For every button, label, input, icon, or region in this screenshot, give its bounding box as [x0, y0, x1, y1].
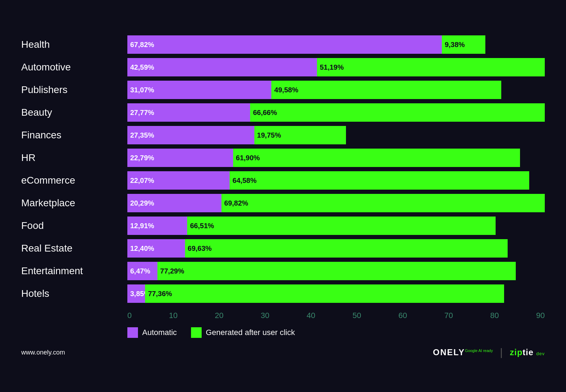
x-axis-labels: 0102030405060708090: [127, 311, 545, 320]
bars-area: 6,47%77,29%: [127, 262, 545, 280]
bar-green-automotive: 51,19%: [317, 58, 545, 76]
chart-rows: Health67,82%9,38%Automotive42,59%51,19%P…: [21, 34, 545, 305]
chart-row: HR22,79%61,90%: [21, 147, 545, 169]
chart-container: Health67,82%9,38%Automotive42,59%51,19%P…: [21, 34, 545, 358]
bars-area: 3,85%77,36%: [127, 284, 545, 303]
bars-area: 20,29%69,82%: [127, 194, 545, 212]
bar-purple-publishers: 31,07%: [127, 81, 271, 99]
bar-purple-finances: 27,35%: [127, 126, 254, 144]
bars-area: 27,77%66,66%: [127, 103, 545, 122]
row-label-hotels: Hotels: [21, 288, 127, 299]
x-axis-label: 60: [398, 311, 407, 320]
legend-generated: Generated after user click: [191, 327, 295, 338]
bar-green-entertainment: 77,29%: [157, 262, 516, 280]
row-label-real-estate: Real Estate: [21, 243, 127, 254]
footer: www.onely.com ONELYGoogle AI ready | zip…: [21, 346, 545, 358]
chart-row: Beauty27,77%66,66%: [21, 102, 545, 123]
bars-area: 27,35%19,75%: [127, 126, 545, 144]
bar-green-ecommerce: 64,58%: [230, 171, 529, 190]
bar-purple-real-estate: 12,40%: [127, 239, 185, 258]
bar-purple-health: 67,82%: [127, 35, 442, 54]
row-label-marketplace: Marketplace: [21, 197, 127, 209]
bar-green-finances: 19,75%: [254, 126, 346, 144]
x-axis-label: 20: [215, 311, 223, 320]
bar-green-marketplace: 69,82%: [221, 194, 545, 212]
bars-area: 31,07%49,58%: [127, 81, 545, 99]
x-axis-label: 40: [307, 311, 315, 320]
row-label-health: Health: [21, 39, 127, 50]
chart-row: Hotels3,85%77,36%: [21, 283, 545, 305]
chart-row: Health67,82%9,38%: [21, 34, 545, 56]
bar-purple-automotive: 42,59%: [127, 58, 317, 76]
bar-green-real-estate: 69,63%: [185, 239, 508, 258]
bars-area: 12,40%69,63%: [127, 239, 545, 258]
chart-row: Publishers31,07%49,58%: [21, 79, 545, 101]
logo-divider: |: [500, 346, 503, 358]
bar-green-hotels: 77,36%: [145, 284, 504, 303]
bar-green-hr: 61,90%: [233, 149, 520, 167]
bar-green-beauty: 66,66%: [250, 103, 545, 122]
bars-area: 42,59%51,19%: [127, 58, 545, 76]
footer-url: www.onely.com: [21, 349, 65, 356]
legend-swatch-purple: [127, 327, 138, 338]
bar-purple-ecommerce: 22,07%: [127, 171, 230, 190]
x-axis: 0102030405060708090: [127, 311, 545, 320]
bars-area: 22,79%61,90%: [127, 149, 545, 167]
x-axis-label: 10: [169, 311, 178, 320]
chart-row: Real Estate12,40%69,63%: [21, 237, 545, 259]
x-axis-label: 0: [127, 311, 132, 320]
row-label-hr: HR: [21, 152, 127, 163]
bars-area: 67,82%9,38%: [127, 35, 545, 54]
row-label-beauty: Beauty: [21, 107, 127, 118]
x-axis-label: 80: [490, 311, 499, 320]
logo-dev: dev: [536, 351, 545, 356]
bar-purple-hr: 22,79%: [127, 149, 233, 167]
bars-area: 22,07%64,58%: [127, 171, 545, 190]
chart-row: Finances27,35%19,75%: [21, 124, 545, 146]
bar-purple-hotels: 3,85%: [127, 284, 145, 303]
bar-green-publishers: 49,58%: [271, 81, 501, 99]
x-axis-label: 50: [353, 311, 361, 320]
x-axis-label: 30: [261, 311, 269, 320]
logo-zip: zip: [510, 347, 522, 357]
bar-purple-beauty: 27,77%: [127, 103, 250, 122]
x-axis-label: 90: [536, 311, 545, 320]
legend: Automatic Generated after user click: [127, 327, 545, 338]
x-axis-label: 70: [444, 311, 453, 320]
row-label-publishers: Publishers: [21, 84, 127, 96]
logo-onely-tagline: Google AI ready: [465, 348, 493, 353]
row-label-automotive: Automotive: [21, 62, 127, 73]
legend-swatch-green: [191, 327, 202, 338]
bar-purple-marketplace: 20,29%: [127, 194, 221, 212]
legend-generated-label: Generated after user click: [206, 328, 295, 337]
chart-row: Marketplace20,29%69,82%: [21, 192, 545, 214]
chart-row: Entertainment6,47%77,29%: [21, 260, 545, 282]
chart-row: Automotive42,59%51,19%: [21, 56, 545, 78]
legend-automatic-label: Automatic: [142, 328, 177, 337]
chart-row: Food12,91%66,51%: [21, 215, 545, 237]
row-label-entertainment: Entertainment: [21, 265, 127, 277]
bar-purple-food: 12,91%: [127, 217, 187, 235]
row-label-finances: Finances: [21, 129, 127, 141]
bar-purple-entertainment: 6,47%: [127, 262, 157, 280]
row-label-food: Food: [21, 220, 127, 231]
chart-row: eCommerce22,07%64,58%: [21, 169, 545, 191]
footer-logos: ONELYGoogle AI ready | ziptie dev: [433, 346, 545, 358]
bar-green-food: 66,51%: [187, 217, 496, 235]
logo-ziptie: ziptie dev: [510, 347, 545, 357]
bars-area: 12,91%66,51%: [127, 217, 545, 235]
bar-green-health: 9,38%: [442, 35, 485, 54]
logo-onely: ONELYGoogle AI ready: [433, 347, 493, 357]
row-label-ecommerce: eCommerce: [21, 175, 127, 186]
legend-automatic: Automatic: [127, 327, 177, 338]
